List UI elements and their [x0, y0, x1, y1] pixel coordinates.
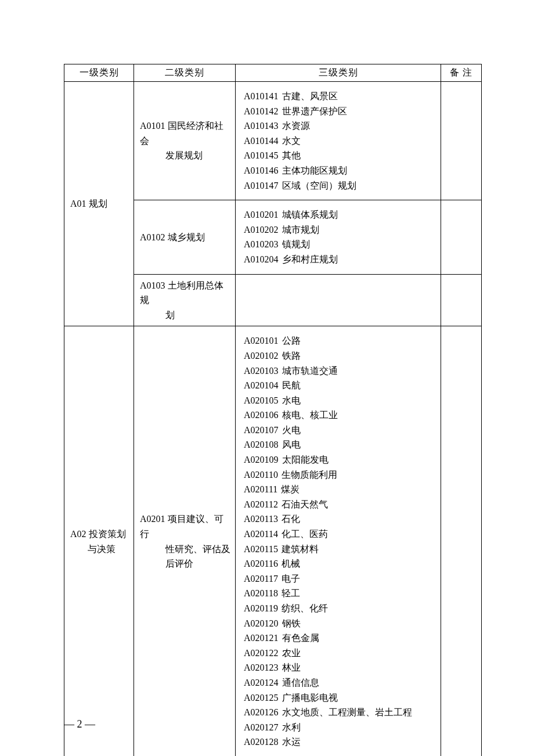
lvl3-name: 城市规划 [279, 222, 319, 237]
lvl2-line: A0102 城乡规划 [140, 230, 232, 245]
lvl2-indent: 性研究、评估及 [140, 542, 232, 557]
lvl3-line: A020128水运 [244, 735, 437, 750]
lvl3-code: A010142 [244, 104, 279, 119]
lvl3-line: A020113石化 [244, 512, 437, 527]
lvl3-code: A020111 [244, 482, 277, 497]
lvl3-code: A020114 [244, 527, 278, 542]
lvl3-name: 林业 [279, 660, 301, 675]
lvl3-name: 镇规划 [279, 237, 310, 252]
lvl3-line: A020109太阳能发电 [244, 452, 437, 467]
lvl3-line: A020127水利 [244, 720, 437, 735]
lvl3-line: A010143水资源 [244, 118, 437, 134]
lvl3-line: A020106核电、核工业 [244, 408, 437, 423]
lvl3-code: A020105 [244, 393, 279, 408]
lvl3-line: A020123林业 [244, 660, 437, 675]
lvl3-line: A010146主体功能区规划 [244, 163, 437, 178]
lvl3-name: 石油天然气 [278, 497, 328, 512]
lvl3-code: A020109 [244, 452, 279, 467]
lvl3-name: 机械 [278, 556, 300, 571]
lvl2-cell-a0101: A0101 国民经济和社会 发展规划 [134, 82, 236, 200]
lvl2-indent: 划 [140, 308, 232, 323]
lvl3-line: A020114化工、医药 [244, 527, 437, 542]
lvl2-cell-a0103: A0103 土地利用总体规 划 [134, 274, 236, 326]
header-level2: 二级类别 [134, 64, 236, 82]
lvl3-code: A020101 [244, 333, 279, 348]
lvl3-name: 区域（空间）规划 [279, 178, 356, 193]
lvl3-line: A020117电子 [244, 571, 437, 586]
lvl3-line: A020119纺织、化纤 [244, 601, 437, 616]
lvl3-code: A010202 [244, 222, 279, 237]
lvl3-line: A020122农业 [244, 646, 437, 661]
lvl3-name: 建筑材料 [278, 542, 319, 557]
lvl3-line: A010145其他 [244, 148, 437, 163]
lvl3-cell-a0101: A010141古建、风景区A010142世界遗产保护区A010143水资源A01… [236, 82, 441, 200]
lvl1-indent: 与决策 [70, 542, 134, 557]
lvl3-name: 城镇体系规划 [279, 207, 338, 222]
lvl3-code: A020104 [244, 378, 279, 393]
lvl3-name: 通信信息 [279, 675, 319, 690]
lvl3-code: A020124 [244, 675, 279, 690]
lvl3-name: 广播电影电视 [279, 690, 338, 705]
lvl2-indent: 发展规划 [140, 148, 232, 163]
lvl2-line: A0201 项目建议、可行 [140, 512, 232, 541]
lvl3-code: A020106 [244, 408, 279, 423]
table-header-row: 一级类别 二级类别 三级类别 备 注 [64, 64, 482, 82]
lvl3-code: A020128 [244, 735, 279, 750]
lvl3-name: 主体功能区规划 [279, 163, 347, 178]
lvl1-cell-a02: A02 投资策划 与决策 [64, 326, 134, 756]
lvl3-code: A020126 [244, 705, 279, 720]
lvl2-line: A0101 国民经济和社会 [140, 118, 232, 148]
lvl3-code: A020122 [244, 646, 279, 661]
header-remark: 备 注 [441, 64, 482, 82]
remark-cell [441, 274, 482, 326]
lvl3-cell-a0102: A010201城镇体系规划A010202城市规划A010203镇规划A01020… [236, 200, 441, 274]
lvl3-name: 乡和村庄规划 [279, 252, 338, 267]
remark-cell [441, 326, 482, 756]
lvl3-name: 火电 [279, 423, 301, 438]
header-level3: 三级类别 [236, 64, 441, 82]
lvl3-name: 古建、风景区 [279, 89, 338, 104]
lvl3-name: 水利 [279, 720, 301, 735]
lvl3-line: A020115建筑材料 [244, 542, 437, 557]
lvl3-line: A020111煤炭 [244, 482, 437, 497]
lvl3-code: A020119 [244, 601, 278, 616]
lvl3-name: 化工、医药 [278, 527, 328, 542]
lvl3-name: 水文 [279, 134, 301, 149]
lvl2-indent: 后评价 [140, 556, 232, 571]
lvl3-code: A020108 [244, 437, 279, 452]
lvl3-line: A020107火电 [244, 423, 437, 438]
lvl3-code: A020118 [244, 586, 278, 601]
lvl3-name: 核电、核工业 [279, 408, 338, 423]
lvl3-code: A020107 [244, 423, 279, 438]
lvl2-cell-a0102: A0102 城乡规划 [134, 200, 236, 274]
lvl3-line: A020112石油天然气 [244, 497, 437, 512]
lvl3-name: 世界遗产保护区 [279, 104, 347, 119]
lvl3-line: A020124通信信息 [244, 675, 437, 690]
lvl3-line: A010202城市规划 [244, 222, 437, 237]
lvl3-code: A020116 [244, 556, 278, 571]
lvl3-line: A020116机械 [244, 556, 437, 571]
lvl3-line: A020104民航 [244, 378, 437, 393]
lvl3-line: A020126水文地质、工程测量、岩土工程 [244, 705, 437, 720]
lvl3-code: A010144 [244, 134, 279, 149]
lvl3-cell-a0103 [236, 274, 441, 326]
lvl3-name: 风电 [279, 437, 301, 452]
lvl3-code: A010201 [244, 207, 279, 222]
lvl3-code: A020113 [244, 512, 278, 527]
lvl3-line: A010204乡和村庄规划 [244, 252, 437, 267]
lvl3-line: A010203镇规划 [244, 237, 437, 252]
lvl3-name: 生物质能利用 [278, 467, 337, 483]
lvl3-code: A010145 [244, 148, 279, 163]
lvl3-line: A020103城市轨道交通 [244, 363, 437, 379]
lvl3-name: 钢铁 [279, 616, 301, 631]
lvl1-cell-a01: A01 规划 [64, 82, 134, 326]
lvl3-name: 石化 [278, 512, 300, 527]
page: 一级类别 二级类别 三级类别 备 注 A01 规划 A0101 国民经济和社会 … [0, 0, 534, 756]
lvl3-name: 水资源 [279, 118, 310, 134]
lvl3-code: A010204 [244, 252, 279, 267]
lvl3-name: 太阳能发电 [279, 452, 329, 467]
lvl2-line: A0103 土地利用总体规 [140, 278, 232, 308]
lvl3-name: 水运 [279, 735, 301, 750]
lvl3-line: A020101公路 [244, 333, 437, 348]
lvl3-code: A020121 [244, 631, 279, 646]
